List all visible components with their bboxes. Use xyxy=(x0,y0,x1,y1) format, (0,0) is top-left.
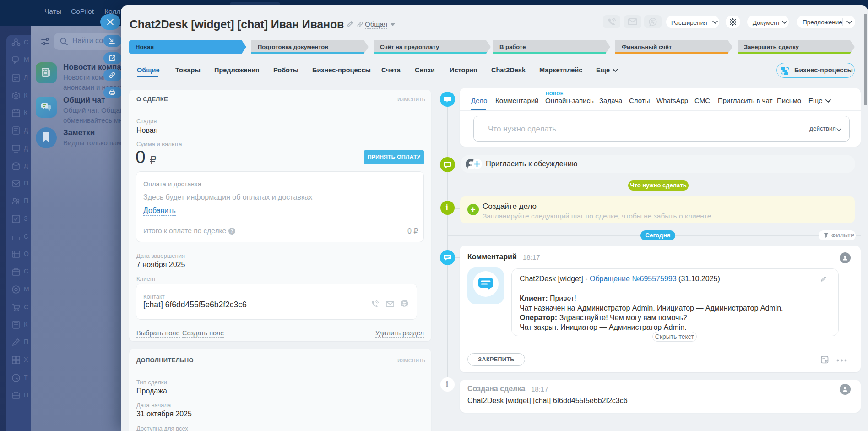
svg-text:?: ? xyxy=(230,229,233,234)
